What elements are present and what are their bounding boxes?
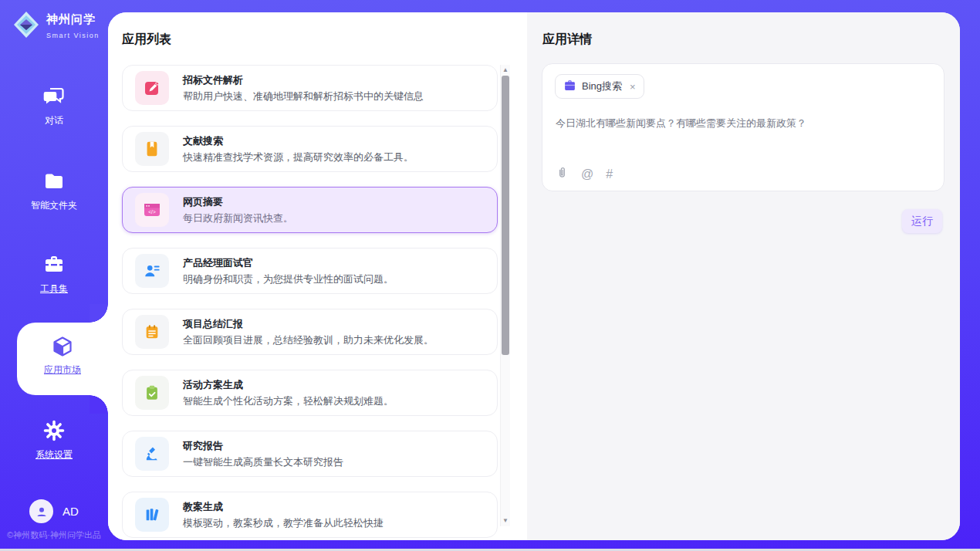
app-card-title: 产品经理面试官 <box>183 258 394 268</box>
query-text[interactable]: 今日湖北有哪些新闻要点？有哪些需要关注的最新政策？ <box>556 117 926 130</box>
app-card-title: 活动方案生成 <box>183 380 394 390</box>
sidebar-item-smart-folder[interactable]: 智能文件夹 <box>0 170 108 212</box>
app-card-bid-parse[interactable]: 招标文件解析 帮助用户快速、准确地理解和解析招标书中的关键信息 <box>122 65 498 111</box>
brand-name: 神州问学 <box>46 12 96 25</box>
sidebar-item-label: 工具集 <box>0 282 108 296</box>
app-list-section: 应用列表 招标文件解析 帮助用户快速、准确地理解和解析招标书中的关键信息 <box>108 12 527 540</box>
copyright-text: ©神州数码·神州问学出品 <box>0 529 108 541</box>
sidebar-item-label: 系统设置 <box>0 448 108 461</box>
gear-icon <box>42 419 66 442</box>
folder-icon <box>42 170 66 193</box>
books-icon <box>135 498 169 532</box>
brand-diamond-icon <box>12 10 40 42</box>
browser-code-icon: </> <box>135 193 169 227</box>
app-card-desc: 帮助用户快速、准确地理解和解析招标书中的关键信息 <box>183 91 424 101</box>
tab-fillet-bottom <box>90 395 108 414</box>
hash-icon[interactable]: # <box>606 167 613 181</box>
app-card-desc: 明确身份和职责，为您提供专业性的面试问题。 <box>183 274 394 284</box>
app-card-event-plan[interactable]: 活动方案生成 智能生成个性化活动方案，轻松解决规划难题。 <box>122 370 498 416</box>
app-detail-section: 应用详情 Bing搜索 × 今日湖北有哪些新闻要点？有哪些需要关注的最新政策？ <box>527 12 960 540</box>
app-list-scrollbar[interactable]: ▲ ▼ <box>500 65 510 526</box>
app-card-desc: 一键智能生成高质量长文本研究报告 <box>183 457 343 467</box>
app-card-lesson-plan[interactable]: 教案生成 模板驱动，教案秒成，教学准备从此轻松快捷 <box>122 492 498 538</box>
app-card-desc: 每日政府新闻资讯快查。 <box>183 213 293 223</box>
scrollbar-up-arrow[interactable]: ▲ <box>501 65 510 76</box>
sidebar-item-app-market[interactable]: 应用市场 <box>17 323 108 395</box>
sidebar-item-label: 应用市场 <box>17 363 108 377</box>
user-account[interactable]: AD <box>29 499 79 523</box>
app-card-title: 网页摘要 <box>183 197 293 207</box>
prompt-input-card[interactable]: Bing搜索 × 今日湖北有哪些新闻要点？有哪些需要关注的最新政策？ @ # <box>542 63 945 191</box>
app-window: 神州问学 Smart Vision 对话 智能文件夹 <box>0 0 980 551</box>
edit-document-icon <box>135 71 169 105</box>
app-list: 招标文件解析 帮助用户快速、准确地理解和解析招标书中的关键信息 文献搜索 快速精… <box>122 65 498 540</box>
input-toolbar: @ # <box>556 165 613 183</box>
chat-icon <box>42 85 66 108</box>
book-icon <box>135 132 169 166</box>
app-card-project-summary[interactable]: 项目总结汇报 全面回顾项目进展，总结经验教训，助力未来优化发展。 <box>122 309 498 355</box>
tool-tag-label: Bing搜索 <box>582 79 622 93</box>
scrollbar-down-arrow[interactable]: ▼ <box>501 516 510 526</box>
sidebar-item-toolset[interactable]: 工具集 <box>0 253 108 296</box>
toolbox-icon <box>42 253 66 276</box>
app-card-web-summary[interactable]: </> 网页摘要 每日政府新闻资讯快查。 <box>122 187 498 233</box>
tag-close-icon[interactable]: × <box>630 81 636 93</box>
microscope-icon <box>135 437 169 471</box>
mention-icon[interactable]: @ <box>581 167 593 181</box>
app-card-title: 招标文件解析 <box>183 75 424 85</box>
app-card-desc: 智能生成个性化活动方案，轻松解决规划难题。 <box>183 396 394 406</box>
app-card-title: 文献搜索 <box>183 136 414 146</box>
content-panel: 应用列表 招标文件解析 帮助用户快速、准确地理解和解析招标书中的关键信息 <box>108 12 960 540</box>
app-card-pm-interviewer[interactable]: 产品经理面试官 明确身份和职责，为您提供专业性的面试问题。 <box>122 248 498 294</box>
svg-text:</>: </> <box>148 209 156 215</box>
sidebar-item-chat[interactable]: 对话 <box>0 85 108 127</box>
sidebar-item-label: 对话 <box>0 114 108 127</box>
app-card-desc: 快速精准查找学术资源，提高研究效率的必备工具。 <box>183 152 414 162</box>
app-list-title: 应用列表 <box>122 32 171 48</box>
run-button[interactable]: 运行 <box>902 209 942 233</box>
report-note-icon <box>135 315 169 349</box>
sidebar-item-settings[interactable]: 系统设置 <box>0 419 108 461</box>
avatar <box>29 499 53 523</box>
app-card-title: 教案生成 <box>183 502 384 512</box>
app-card-title: 项目总结汇报 <box>183 319 434 329</box>
attachment-icon[interactable] <box>556 165 569 183</box>
app-card-desc: 模板驱动，教案秒成，教学准备从此轻松快捷 <box>183 518 384 528</box>
app-card-literature-search[interactable]: 文献搜索 快速精准查找学术资源，提高研究效率的必备工具。 <box>122 126 498 172</box>
app-detail-title: 应用详情 <box>542 32 592 48</box>
sidebar-item-label: 智能文件夹 <box>0 199 108 212</box>
app-card-title: 研究报告 <box>183 441 343 451</box>
cube-icon <box>51 335 74 358</box>
interviewer-icon <box>135 254 169 288</box>
user-name: AD <box>63 505 79 518</box>
brand-logo: 神州问学 Smart Vision <box>12 10 108 42</box>
tab-fillet-top <box>90 304 108 323</box>
app-card-desc: 全面回顾项目进展，总结经验教训，助力未来优化发展。 <box>183 335 434 345</box>
brand-subtitle: Smart Vision <box>46 32 100 39</box>
tool-tag-bing-search[interactable]: Bing搜索 × <box>555 74 644 99</box>
briefcase-icon <box>563 79 576 95</box>
sidebar: 神州问学 Smart Vision 对话 智能文件夹 <box>0 0 108 551</box>
scrollbar-thumb[interactable] <box>502 76 509 355</box>
app-card-research-report[interactable]: 研究报告 一键智能生成高质量长文本研究报告 <box>122 431 498 477</box>
clipboard-check-icon <box>135 376 169 410</box>
